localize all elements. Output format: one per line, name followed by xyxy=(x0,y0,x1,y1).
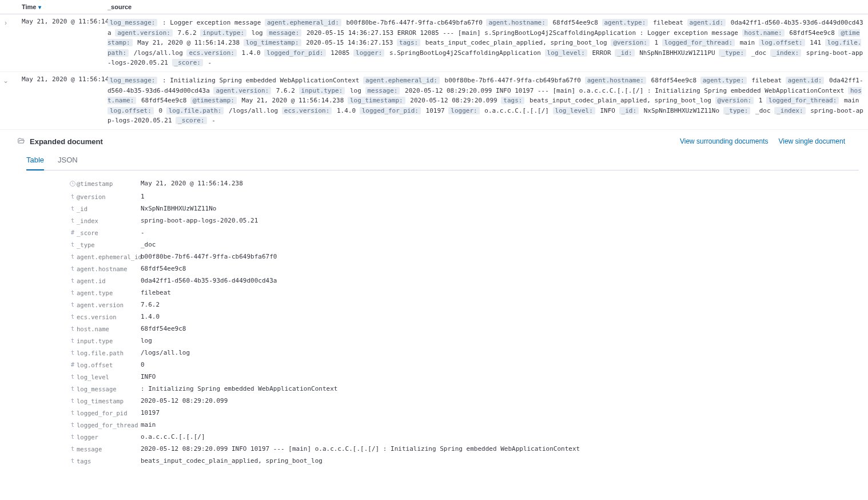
source-field-name: _id: xyxy=(615,49,635,57)
field-key[interactable]: logged_for_pid xyxy=(77,409,137,416)
field-key[interactable]: _type xyxy=(77,241,137,248)
field-value: beats_input_codec_plain_applied, spring_… xyxy=(137,457,868,465)
text-type-icon: t xyxy=(69,445,77,452)
tab-table[interactable]: Table xyxy=(26,151,44,170)
source-field-value: : Initializing Spring embedded WebApplic… xyxy=(158,77,363,84)
collapse-icon[interactable]: ⌄ xyxy=(0,76,11,126)
field-key[interactable]: agent.id xyxy=(77,277,137,284)
source-field-name: host.name: xyxy=(742,29,785,37)
field-key[interactable]: log.offset xyxy=(77,361,137,368)
field-row: tlogged_for_pid10197 xyxy=(69,407,868,419)
field-value: May 21, 2020 @ 11:56:14.238 xyxy=(137,180,868,187)
source-field-value: filebeat xyxy=(649,19,687,26)
field-key[interactable]: host.name xyxy=(77,325,137,332)
source-field-name: agent.ephemeral_id: xyxy=(265,19,341,26)
header-time[interactable]: Time ▾ xyxy=(11,3,107,10)
source-field-value: NxSpNnIBHHXUzW1Z11No xyxy=(640,107,723,114)
clock-icon xyxy=(69,180,77,188)
source-field-name: ecs.version: xyxy=(186,49,236,57)
text-type-icon: t xyxy=(69,205,77,212)
text-type-icon: t xyxy=(69,301,77,308)
field-key[interactable]: agent.ephemeral_id xyxy=(77,253,137,260)
source-field-value: 2020-05-12 08:29:20.099 INFO 10197 --- [… xyxy=(401,87,847,94)
field-row: t_type_doc xyxy=(69,239,868,251)
source-field-name: log_level: xyxy=(553,107,595,114)
source-field-name: agent.version: xyxy=(213,87,271,94)
text-type-icon: t xyxy=(69,289,77,296)
text-type-icon: t xyxy=(69,385,77,392)
header-source[interactable]: _source xyxy=(107,3,868,10)
field-key[interactable]: input.type xyxy=(77,337,137,344)
field-key[interactable]: agent.version xyxy=(77,301,137,308)
source-field-name: agent.hostname: xyxy=(486,19,547,26)
field-value: main xyxy=(137,421,868,428)
field-key[interactable]: log_message xyxy=(77,385,137,392)
source-field-value: 68fdf54ee9c8 xyxy=(647,77,700,84)
source-field-value: May 21, 2020 @ 11:56:14.238 xyxy=(134,39,244,46)
header-time-label: Time xyxy=(22,3,36,10)
source-field-value: - xyxy=(204,59,212,66)
text-type-icon: t xyxy=(69,349,77,356)
field-row: tagent.id0da42ff1-d560-4b35-93d6-d449d00… xyxy=(69,275,868,287)
field-row: t@version1 xyxy=(69,191,868,203)
source-field-value: 2020-05-15 14:36:27.153 xyxy=(302,39,397,46)
expand-icon[interactable]: › xyxy=(0,18,11,68)
field-key[interactable]: @timestamp xyxy=(77,180,137,187)
source-field-value: log xyxy=(346,87,365,94)
source-field-value: 1 xyxy=(755,97,766,104)
source-field-name: agent.ephemeral_id: xyxy=(363,77,440,84)
source-field-value: filebeat xyxy=(748,77,786,84)
field-key[interactable]: agent.type xyxy=(77,289,137,296)
source-field-name: log_message: xyxy=(107,19,157,26)
source-field-name: log.offset: xyxy=(107,107,154,114)
source-field-value: 2020-05-15 14:36:27.153 ERROR 12085 --- … xyxy=(302,29,742,37)
source-field-value: 1.4.0 xyxy=(333,107,359,114)
text-type-icon: t xyxy=(69,457,77,464)
field-key[interactable]: @version xyxy=(77,193,137,200)
field-value: 1.4.0 xyxy=(137,313,868,320)
field-key[interactable]: _index xyxy=(77,217,137,224)
field-value: 2020-05-12 08:29:20.099 INFO 10197 --- [… xyxy=(137,445,868,453)
source-field-value: 68fdf54ee9c8 xyxy=(137,97,190,104)
field-value: o.a.c.c.C.[.[.[/] xyxy=(137,433,868,441)
source-field-name: input.type: xyxy=(200,29,246,37)
field-row: tinput.typelog xyxy=(69,335,868,347)
source-field-name: logged_for_thread: xyxy=(766,97,839,104)
source-field-name: agent.type: xyxy=(700,77,747,84)
source-field-value: NhSpNnIBHHXUzW1Z11PU xyxy=(636,49,719,57)
source-field-name: _index: xyxy=(774,107,805,114)
text-type-icon: t xyxy=(69,277,77,284)
source-field-name: agent.type: xyxy=(602,19,648,26)
field-key[interactable]: ecs.version xyxy=(77,313,137,320)
source-field-name: _type: xyxy=(723,107,751,114)
source-field-name: log_timestamp: xyxy=(348,97,405,104)
field-key[interactable]: log.file.path xyxy=(77,349,137,356)
text-type-icon: t xyxy=(69,253,77,260)
source-field-value: beats_input_codec_plain_applied, spring_… xyxy=(421,39,611,46)
source-field-value: : Logger exception message xyxy=(158,19,264,26)
source-field-value: 2020-05-12 08:29:20.099 xyxy=(407,97,501,104)
link-view-single[interactable]: View single document xyxy=(778,137,845,145)
source-field-value: 68fdf54ee9c8 xyxy=(549,19,602,26)
field-key[interactable]: log_level xyxy=(77,373,137,380)
expanded-tabs: Table JSON xyxy=(26,151,859,170)
field-row: thost.name68fdf54ee9c8 xyxy=(69,323,868,335)
field-row: tlog.file.path/logs/all.log xyxy=(69,347,868,359)
field-key[interactable]: message xyxy=(77,445,137,453)
field-key[interactable]: _score xyxy=(77,229,137,236)
field-value: - xyxy=(137,229,868,236)
row-source: log_message: : Logger exception message … xyxy=(107,18,868,68)
source-field-name: input.type: xyxy=(299,87,345,94)
source-field-value: 1 xyxy=(651,39,662,46)
field-value: 68fdf54ee9c8 xyxy=(137,325,868,332)
field-row: tagent.ephemeral_idb00f80be-7bf6-447f-9f… xyxy=(69,251,868,263)
field-key[interactable]: agent.hostname xyxy=(77,265,137,272)
field-key[interactable]: _id xyxy=(77,205,137,212)
link-view-surrounding[interactable]: View surrounding documents xyxy=(680,137,769,145)
field-key[interactable]: tags xyxy=(77,457,137,465)
field-key[interactable]: log_timestamp xyxy=(77,397,137,404)
field-value: INFO xyxy=(137,373,868,380)
field-key[interactable]: logged_for_thread xyxy=(77,421,137,428)
field-key[interactable]: logger xyxy=(77,433,137,441)
tab-json[interactable]: JSON xyxy=(58,151,78,170)
